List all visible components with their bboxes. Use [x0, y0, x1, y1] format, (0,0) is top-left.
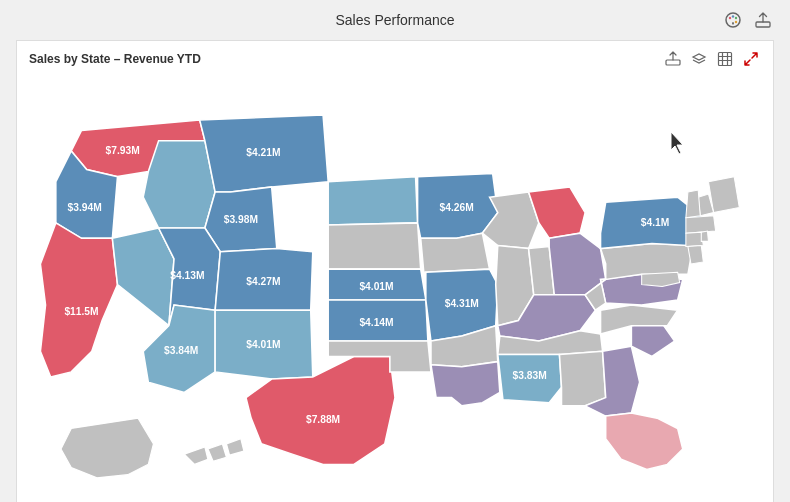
share-icon[interactable]: [752, 9, 774, 31]
chart-header: Sales by State – Revenue YTD: [17, 41, 773, 73]
app-container: Sales Performance Sa: [0, 0, 790, 502]
map-container[interactable]: $7.93M $3.94M $11.5M $4.21M $3.98M: [17, 73, 773, 502]
table-icon[interactable]: [715, 49, 735, 69]
palette-icon[interactable]: [722, 9, 744, 31]
export-icon[interactable]: [663, 49, 683, 69]
expand-icon[interactable]: [741, 49, 761, 69]
svg-rect-6: [666, 60, 680, 65]
svg-point-1: [729, 17, 731, 19]
chart-title: Sales by State – Revenue YTD: [29, 52, 201, 66]
layers-icon[interactable]: [689, 49, 709, 69]
us-map: $7.93M $3.94M $11.5M $4.21M $3.98M: [25, 77, 765, 502]
app-header: Sales Performance: [0, 0, 790, 40]
svg-point-2: [732, 15, 734, 17]
svg-point-4: [735, 21, 737, 23]
app-header-icons: [722, 9, 774, 31]
chart-panel: Sales by State – Revenue YTD: [16, 40, 774, 502]
svg-rect-5: [756, 22, 770, 27]
svg-rect-7: [719, 53, 732, 66]
app-title: Sales Performance: [335, 12, 454, 28]
chart-icons: [663, 49, 761, 69]
svg-point-3: [735, 17, 737, 19]
